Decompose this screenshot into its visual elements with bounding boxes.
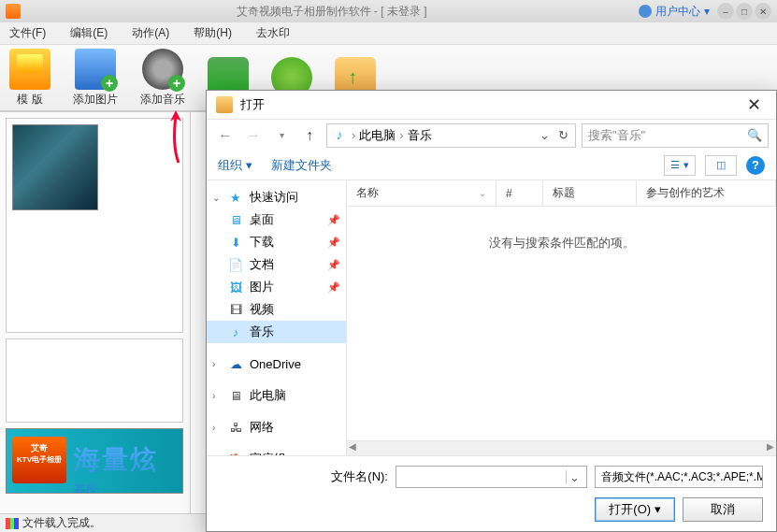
- dialog-title: 打开: [240, 96, 265, 113]
- filename-input[interactable]: ⌄: [396, 466, 587, 488]
- horizontal-scrollbar[interactable]: [347, 440, 776, 455]
- breadcrumb-dropdown[interactable]: ⌄: [536, 128, 553, 142]
- dialog-titlebar: 打开 ✕: [207, 91, 776, 119]
- menubar: 文件(F) 编辑(E) 动作(A) 帮助(H) 去水印: [0, 22, 777, 45]
- filetype-select[interactable]: 音频文件(*.AAC;*.AC3;*.APE;*.M: [595, 466, 763, 488]
- col-number[interactable]: #: [496, 180, 543, 206]
- search-icon: 🔍: [747, 128, 762, 142]
- col-artist[interactable]: 参与创作的艺术: [637, 180, 776, 206]
- menu-watermark[interactable]: 去水印: [256, 25, 290, 41]
- dialog-body: ⌄★快速访问 🖥桌面📌 ⬇下载📌 📄文档📌 🖼图片📌 🎞视频 ♪音乐 ›☁One…: [207, 180, 776, 455]
- menu-help[interactable]: 帮助(H): [194, 25, 232, 41]
- banner-ktv-box: 艾奇 KTV电子相册: [12, 437, 66, 483]
- search-placeholder: 搜索"音乐": [588, 127, 645, 144]
- preview-pane-button[interactable]: ◫: [705, 155, 737, 176]
- breadcrumb-music[interactable]: 音乐: [408, 127, 432, 144]
- left-panel: 艾奇 KTV电子相册 海量炫酷: [0, 112, 191, 513]
- tool-add-music[interactable]: 添加音乐: [140, 49, 185, 108]
- status-icon: [6, 518, 19, 529]
- music-path-icon: ♪: [331, 127, 348, 144]
- thumbnail-item[interactable]: [12, 124, 98, 210]
- status-text: 文件载入完成。: [22, 515, 101, 531]
- cancel-button[interactable]: 取消: [683, 497, 763, 522]
- menu-file[interactable]: 文件(F): [9, 25, 46, 41]
- dialog-nav: ← → ▾ ↑ ♪ › 此电脑 › 音乐 ⌄ ↻ 搜索"音乐" 🔍: [207, 119, 776, 151]
- tree-documents[interactable]: 📄文档📌: [207, 253, 346, 276]
- add-image-icon: [75, 49, 116, 90]
- open-button[interactable]: 打开(O) ▾: [595, 497, 675, 522]
- filename-dropdown-icon[interactable]: ⌄: [566, 470, 583, 484]
- search-input[interactable]: 搜索"音乐" 🔍: [582, 123, 769, 148]
- chevron-icon: ›: [399, 128, 403, 142]
- open-file-dialog: 打开 ✕ ← → ▾ ↑ ♪ › 此电脑 › 音乐 ⌄ ↻ 搜索"音乐" 🔍 组…: [206, 90, 777, 532]
- chevron-icon: ›: [352, 128, 355, 142]
- user-center-link[interactable]: 用户中心 ▾: [639, 4, 710, 20]
- breadcrumb[interactable]: ♪ › 此电脑 › 音乐 ⌄ ↻: [326, 123, 576, 148]
- menu-action[interactable]: 动作(A): [132, 25, 169, 41]
- file-list-header: 名称⌄ # 标题 参与创作的艺术: [347, 180, 776, 207]
- tree-homegroup[interactable]: ›🏠家庭组: [207, 448, 346, 455]
- tree-desktop[interactable]: 🖥桌面📌: [207, 208, 346, 231]
- app-title: 艾奇视频电子相册制作软件 - [ 未登录 ]: [24, 4, 639, 20]
- col-title[interactable]: 标题: [543, 180, 637, 206]
- template-icon: [9, 49, 50, 90]
- user-icon: [639, 5, 652, 18]
- help-button[interactable]: ?: [746, 156, 765, 175]
- titlebar: 艾奇视频电子相册制作软件 - [ 未登录 ] 用户中心 ▾ – □ ✕: [0, 0, 777, 22]
- nav-back-button[interactable]: ←: [214, 124, 237, 147]
- dialog-footer: 文件名(N): ⌄ 音频文件(*.AAC;*.AC3;*.APE;*.M 打开(…: [207, 455, 776, 531]
- new-folder-button[interactable]: 新建文件夹: [271, 157, 332, 174]
- nav-forward-button[interactable]: →: [242, 124, 265, 147]
- breadcrumb-refresh[interactable]: ↻: [554, 128, 571, 142]
- dropdown-icon: ▾: [704, 5, 710, 18]
- tree-music[interactable]: ♪音乐: [207, 321, 346, 343]
- tool-add-image[interactable]: 添加图片: [73, 49, 118, 108]
- tree-videos[interactable]: 🎞视频: [207, 298, 346, 321]
- tool-template[interactable]: 模 版: [9, 49, 50, 108]
- breadcrumb-pc[interactable]: 此电脑: [359, 127, 396, 144]
- dialog-close-button[interactable]: ✕: [741, 94, 767, 115]
- tree-pictures[interactable]: 🖼图片📌: [207, 276, 346, 298]
- middle-panel: [6, 338, 183, 423]
- organize-button[interactable]: 组织 ▾: [218, 157, 252, 174]
- filename-label: 文件名(N):: [220, 468, 388, 485]
- folder-icon: [216, 96, 233, 113]
- banner-text: 海量炫酷: [74, 442, 182, 494]
- file-list-panel: 名称⌄ # 标题 参与创作的艺术 没有与搜索条件匹配的项。: [347, 180, 776, 455]
- view-mode-button[interactable]: ☰ ▾: [664, 155, 696, 176]
- tree-this-pc[interactable]: ›🖥此电脑: [207, 384, 346, 407]
- dialog-toolbar: 组织 ▾ 新建文件夹 ☰ ▾ ◫ ?: [207, 151, 776, 180]
- empty-message: 没有与搜索条件匹配的项。: [347, 207, 776, 440]
- menu-edit[interactable]: 编辑(E): [70, 25, 108, 41]
- app-icon: [6, 4, 21, 19]
- tree-quick-access[interactable]: ⌄★快速访问: [207, 186, 346, 208]
- thumbnail-list: [6, 118, 183, 333]
- minimize-button[interactable]: –: [717, 3, 734, 20]
- add-music-icon: [142, 49, 183, 90]
- tree-panel: ⌄★快速访问 🖥桌面📌 ⬇下载📌 📄文档📌 🖼图片📌 🎞视频 ♪音乐 ›☁One…: [207, 180, 347, 455]
- tree-onedrive[interactable]: ›☁OneDrive: [207, 352, 346, 375]
- tree-network[interactable]: ›🖧网络: [207, 416, 346, 439]
- nav-recent-button[interactable]: ▾: [270, 124, 293, 147]
- banner[interactable]: 艾奇 KTV电子相册 海量炫酷: [6, 428, 183, 494]
- tree-downloads[interactable]: ⬇下载📌: [207, 231, 346, 253]
- col-name[interactable]: 名称⌄: [347, 180, 496, 206]
- nav-up-button[interactable]: ↑: [298, 124, 321, 147]
- close-button[interactable]: ✕: [755, 3, 771, 20]
- maximize-button[interactable]: □: [736, 3, 753, 20]
